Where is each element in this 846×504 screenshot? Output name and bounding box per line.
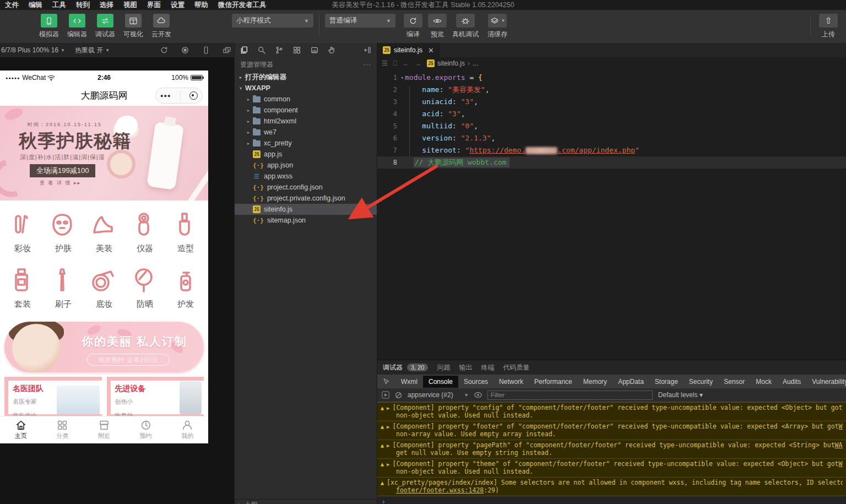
phone-tab-预约[interactable]: 预约 xyxy=(125,416,167,443)
explorer-item-component[interactable]: ▸ component xyxy=(235,105,377,116)
toolbar-button-云开发[interactable]: 云开发 xyxy=(148,14,175,43)
devtools-tab-Vulnerability[interactable]: Vulnerability xyxy=(806,376,846,388)
code-line-4[interactable]: 4 acid: "3", xyxy=(377,108,846,120)
explorer-item-html2wxml[interactable]: ▸ html2wxml xyxy=(235,116,377,127)
menu-微信开发者工具[interactable]: 微信开发者工具 xyxy=(213,0,272,10)
promo-banner[interactable]: 时间：2019.10.15-11.15 秋季护肤秘籍 深|度|补|水|活|肤|滋… xyxy=(0,106,208,200)
context-select[interactable]: appservice (#2) ▼ xyxy=(408,391,469,399)
device-select[interactable]: 6/7/8 Plus 100% 16 xyxy=(1,46,58,54)
console-prompt[interactable]: › xyxy=(377,496,846,504)
blocks-icon[interactable] xyxy=(292,46,301,55)
close-icon[interactable]: ✕ xyxy=(428,46,434,55)
search-icon[interactable] xyxy=(257,46,266,55)
card-名医团队[interactable]: 名医团队 名医专家 常年坐诊 xyxy=(4,377,102,420)
code-line-7[interactable]: 7 siteroot: "https://demo..com/app/index… xyxy=(377,144,846,156)
source-link[interactable]: WASubContext.js?t xyxy=(839,460,843,468)
toolbar-button-编译[interactable]: 编译 xyxy=(401,14,425,39)
expand-icon[interactable]: ▶ xyxy=(387,443,389,448)
expand-icon[interactable]: ▶ xyxy=(387,462,389,467)
explorer-section-WXAPP[interactable]: ▾ WXAPP xyxy=(235,83,377,94)
category-美装[interactable]: 美装 xyxy=(84,206,124,262)
explorer-section-打开的编辑器[interactable]: ▸ 打开的编辑器 xyxy=(235,72,377,83)
git-icon[interactable] xyxy=(274,46,284,55)
card-先进设备[interactable]: 先进设备 创伤小 恢复快 xyxy=(107,377,204,420)
console-warning[interactable]: ▲▶[Component] property "footer" of "comp… xyxy=(377,421,846,440)
menu-视图[interactable]: 视图 xyxy=(118,0,142,10)
windows-icon[interactable] xyxy=(222,46,231,55)
debugger-tab-终端[interactable]: 终端 xyxy=(481,363,494,372)
menu-文件[interactable]: 文件 xyxy=(0,0,24,10)
mode-select[interactable]: 小程序模式▼ xyxy=(232,14,313,28)
toolbar-button-真机调试[interactable]: 真机调试 xyxy=(449,14,481,39)
devtools-tab-Sensor[interactable]: Sensor xyxy=(718,376,750,388)
explorer-bottom-section[interactable]: ▸ 小程 xyxy=(235,499,377,504)
explorer-item-siteinfo.js[interactable]: JS siteinfo.js xyxy=(235,204,377,215)
code-line-1[interactable]: 1▾module.exports = { xyxy=(377,72,846,84)
category-护发[interactable]: 护发 xyxy=(165,262,206,317)
devtools-tab-Security[interactable]: Security xyxy=(684,376,718,388)
console-warning[interactable]: ▲▶[Component] property "pagePath" of "co… xyxy=(377,440,846,459)
appointment-button[interactable]: 现在预约 立省200元 xyxy=(87,354,170,366)
expand-icon[interactable]: ▶ xyxy=(387,405,389,411)
menu-编辑[interactable]: 编辑 xyxy=(24,0,47,10)
play-icon[interactable] xyxy=(382,391,389,399)
toolbar-button-调试器[interactable]: 调试器 xyxy=(91,14,119,43)
devtools-tab-Audits[interactable]: Audits xyxy=(777,376,806,388)
source-link[interactable]: WASubContext.js?t xyxy=(839,422,843,430)
console-warning[interactable]: ▲▶[Component] property "config" of "comp… xyxy=(377,402,846,421)
debugger-tab-调试器[interactable]: 调试器 xyxy=(383,363,403,372)
code-line-3[interactable]: 3 uniacid: "3", xyxy=(377,96,846,108)
category-底妆[interactable]: 底妆 xyxy=(84,262,124,317)
devtools-tab-Wxml[interactable]: Wxml xyxy=(395,376,423,388)
tab-siteinfo-js[interactable]: JS siteinfo.js ✕ xyxy=(377,43,440,57)
devtools-tab-Mock[interactable]: Mock xyxy=(750,376,777,388)
more-actions-icon[interactable]: ··· xyxy=(363,61,371,68)
explorer-item-project.config.json[interactable]: {·} project.config.json xyxy=(235,182,377,193)
category-造型[interactable]: 造型 xyxy=(165,206,206,262)
back-icon[interactable]: ← xyxy=(403,59,409,67)
phone-tab-附近[interactable]: 附近 xyxy=(83,416,125,443)
code-line-5[interactable]: 5 multiid: "0", xyxy=(377,120,846,132)
console-log[interactable]: ▲▶[Component] property "config" of "comp… xyxy=(377,402,846,504)
collapse-sidebar-icon[interactable] xyxy=(363,46,372,55)
phone-tab-分类[interactable]: 分类 xyxy=(42,416,84,443)
debugger-tab-代码质量[interactable]: 代码质量 xyxy=(503,363,529,372)
log-levels-select[interactable]: Default levels ▾ xyxy=(658,391,703,399)
compile-mode-select[interactable]: 普通编译▼ xyxy=(325,14,395,28)
menu-界面[interactable]: 界面 xyxy=(142,0,166,10)
upload-button[interactable]: ⇧ 上传 xyxy=(816,14,840,43)
banner-detail-link[interactable]: 查 看 详 情 ▸▸ xyxy=(40,180,81,187)
devtools-tab-Network[interactable]: Network xyxy=(494,376,529,388)
menu-转到[interactable]: 转到 xyxy=(71,0,95,10)
category-彩妆[interactable]: 彩妆 xyxy=(2,206,43,262)
more-icon[interactable]: ●●● xyxy=(160,93,171,99)
devtools-tab-Memory[interactable]: Memory xyxy=(578,376,612,388)
toolbar-button-可视化[interactable]: 可视化 xyxy=(120,14,147,43)
explorer-item-common[interactable]: ▸ common xyxy=(235,94,377,105)
explorer-item-app.js[interactable]: JS app.js xyxy=(235,149,377,160)
forward-icon[interactable]: → xyxy=(415,59,421,67)
menu-选择[interactable]: 选择 xyxy=(95,0,118,10)
category-刷子[interactable]: 刷子 xyxy=(43,262,84,317)
source-link[interactable]: WASubContext.js?t xyxy=(842,404,843,411)
eye-icon[interactable] xyxy=(474,392,482,398)
phone-tab-我的[interactable]: 我的 xyxy=(166,416,208,443)
devtools-tab-Sources[interactable]: Sources xyxy=(458,376,494,388)
menu-帮助[interactable]: 帮助 xyxy=(189,0,213,10)
outline-icon[interactable]: ☰ xyxy=(382,59,388,67)
category-防晒[interactable]: 防晒 xyxy=(124,262,165,317)
devtools-tab-Performance[interactable]: Performance xyxy=(529,376,578,388)
debugger-tab-输出[interactable]: 输出 xyxy=(459,363,472,372)
expand-icon[interactable]: ▶ xyxy=(387,424,389,430)
console-filter-input[interactable] xyxy=(487,391,653,400)
rotate-icon[interactable] xyxy=(159,46,168,55)
devtools-tab-AppData[interactable]: AppData xyxy=(612,376,649,388)
files-icon[interactable] xyxy=(239,46,248,55)
phone-icon[interactable] xyxy=(201,46,210,55)
category-护肤[interactable]: 护肤 xyxy=(43,206,84,262)
toolbar-button-模拟器[interactable]: 模拟器 xyxy=(35,14,63,43)
explorer-item-we7[interactable]: ▸ we7 xyxy=(235,127,377,138)
capsule-menu[interactable]: ●●● xyxy=(155,88,203,104)
explorer-item-app.wxss[interactable]: ☰ app.wxss xyxy=(235,171,377,182)
clear-console-icon[interactable] xyxy=(395,392,402,399)
